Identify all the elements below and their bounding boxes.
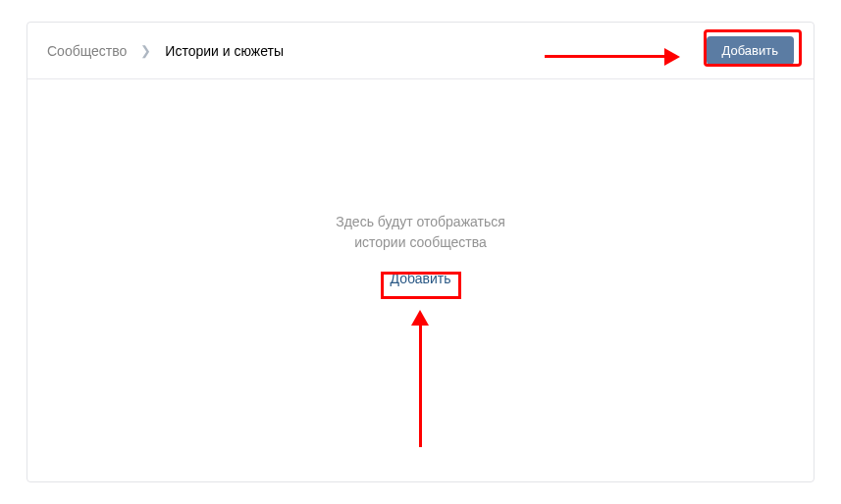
empty-state: Здесь будут отображаться истории сообщес… <box>336 212 505 290</box>
add-button[interactable]: Добавить <box>707 36 794 65</box>
panel-content: Здесь будут отображаться истории сообщес… <box>27 79 814 481</box>
stories-panel: Сообщество ❯ Истории и сюжеты Добавить З… <box>26 22 815 482</box>
empty-line-1: Здесь будут отображаться <box>336 214 505 229</box>
add-link[interactable]: Добавить <box>385 267 457 290</box>
panel-header: Сообщество ❯ Истории и сюжеты Добавить <box>27 23 814 79</box>
breadcrumb: Сообщество ❯ Истории и сюжеты <box>47 43 284 59</box>
empty-line-2: истории сообщества <box>354 234 487 250</box>
breadcrumb-current: Истории и сюжеты <box>165 43 284 59</box>
empty-state-text: Здесь будут отображаться истории сообщес… <box>336 212 505 253</box>
chevron-right-icon: ❯ <box>140 43 151 58</box>
breadcrumb-parent-link[interactable]: Сообщество <box>47 43 127 59</box>
